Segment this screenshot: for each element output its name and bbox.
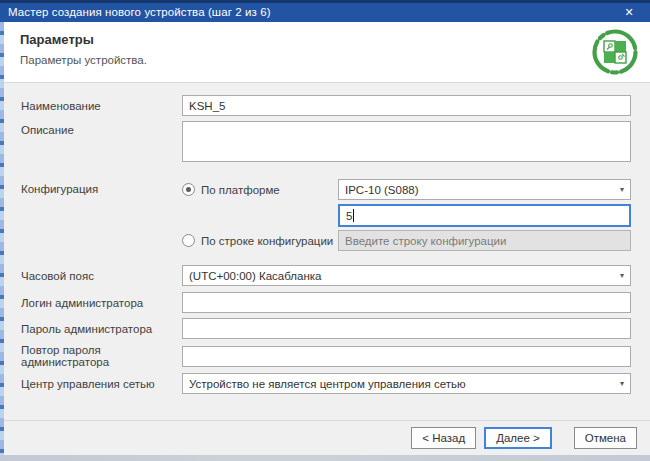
timezone-dropdown[interactable]: (UTC+00:00) Касабланка ▾ <box>182 265 631 286</box>
timezone-value: (UTC+00:00) Касабланка <box>189 270 321 282</box>
wizard-form: Наименование KSH_5 Описание Конфигурация <box>4 83 650 420</box>
name-row: Наименование KSH_5 <box>21 95 631 116</box>
by-string-radio[interactable] <box>182 234 195 247</box>
text-cursor <box>353 209 354 222</box>
by-string-label: По строке конфигурации <box>201 235 333 247</box>
timezone-row: Часовой пояс (UTC+00:00) Касабланка ▾ <box>21 265 631 286</box>
description-row: Описание <box>21 121 631 162</box>
network-center-label: Центр управления сетью <box>21 378 182 390</box>
admin-login-input[interactable] <box>182 292 631 313</box>
admin-password-row: Пароль администратора <box>21 318 631 339</box>
network-center-value: Устройство не является центром управлени… <box>189 378 466 390</box>
configuration-string-input: Введите строку конфигурации <box>338 230 631 251</box>
platform-extra-value: 5 <box>346 210 352 222</box>
by-platform-radio-group[interactable]: По платформе <box>182 183 338 196</box>
description-input[interactable] <box>182 121 631 162</box>
by-string-line: По строке конфигурации Введите строку ко… <box>182 230 631 251</box>
back-button[interactable]: < Назад <box>411 427 476 449</box>
window-title: Мастер создания нового устройства (шаг 2… <box>8 6 271 18</box>
admin-password-repeat-row: Повтор пароля администратора <box>21 344 631 368</box>
admin-password-repeat-label: Повтор пароля администратора <box>21 344 182 368</box>
wizard-dialog: Параметры Параметры устройства. Наименов… <box>4 22 650 455</box>
admin-password-repeat-input[interactable] <box>182 346 631 367</box>
by-platform-line: По платформе IPC-10 (S088) ▾ <box>182 179 631 200</box>
cancel-button[interactable]: Отмена <box>574 427 637 449</box>
page-title: Параметры <box>20 32 634 47</box>
wizard-footer: < Назад Далее > Отмена <box>4 420 650 455</box>
chevron-down-icon: ▾ <box>620 186 624 194</box>
admin-login-label: Логин администратора <box>21 297 182 309</box>
parent-window-bottom-edge <box>0 455 650 461</box>
configuration-row: Конфигурация По платформе IPC-10 (S088) … <box>21 179 631 251</box>
platform-extra-line: 5 <box>182 204 631 227</box>
by-platform-label: По платформе <box>201 184 280 196</box>
page-subtitle: Параметры устройства. <box>20 54 634 66</box>
description-label: Описание <box>21 124 182 136</box>
name-label: Наименование <box>21 100 182 112</box>
configuration-label: Конфигурация <box>21 183 182 195</box>
chevron-down-icon: ▾ <box>620 272 624 280</box>
configuration-content: По платформе IPC-10 (S088) ▾ 5 <box>182 179 631 251</box>
name-input[interactable]: KSH_5 <box>182 95 631 116</box>
by-string-radio-group[interactable]: По строке конфигурации <box>182 234 338 247</box>
configuration-string-placeholder: Введите строку конфигурации <box>345 235 506 247</box>
platform-extra-input[interactable]: 5 <box>338 204 631 227</box>
next-button[interactable]: Далее > <box>484 427 552 449</box>
network-center-dropdown[interactable]: Устройство не является центром управлени… <box>182 373 631 394</box>
name-value: KSH_5 <box>189 100 225 112</box>
network-center-row: Центр управления сетью Устройство не явл… <box>21 373 631 394</box>
chevron-down-icon: ▾ <box>620 380 624 388</box>
platform-dropdown[interactable]: IPC-10 (S088) ▾ <box>338 179 631 200</box>
by-platform-radio[interactable] <box>182 183 195 196</box>
admin-password-label: Пароль администратора <box>21 323 182 335</box>
timezone-label: Часовой пояс <box>21 270 182 282</box>
close-icon[interactable]: ✕ <box>618 3 640 21</box>
admin-login-row: Логин администратора <box>21 292 631 313</box>
admin-password-input[interactable] <box>182 318 631 339</box>
wizard-header: Параметры Параметры устройства. <box>4 22 650 83</box>
title-bar: Мастер создания нового устройства (шаг 2… <box>0 0 650 22</box>
platform-dropdown-value: IPC-10 (S088) <box>345 184 419 196</box>
wizard-window: Мастер создания нового устройства (шаг 2… <box>0 0 650 461</box>
device-logo-icon <box>590 27 640 77</box>
